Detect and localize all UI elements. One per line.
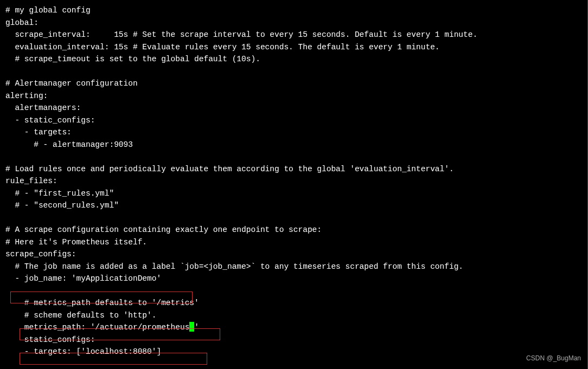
code-line: # The job name is added as a label `job=…: [5, 261, 582, 273]
code-text: ': [194, 323, 199, 332]
code-line: # Here it's Prometheus itself.: [5, 236, 582, 249]
code-line: - targets:: [5, 126, 582, 139]
code-line: [5, 212, 582, 224]
code-line: # - "first_rules.yml": [5, 187, 582, 200]
code-line: - job_name: 'myApplicationDemo': [5, 273, 582, 285]
code-line: rule_files:: [5, 175, 582, 187]
code-line: # scheme defaults to 'http'.: [5, 309, 582, 322]
code-line: - targets: ['localhost:8080']: [5, 346, 582, 358]
code-line: - static_configs:: [5, 114, 582, 127]
code-line: evaluation_interval: 15s # Evaluate rule…: [5, 41, 582, 54]
cursor-line[interactable]: metrics_path: '/actuator/prometheus': [5, 321, 582, 334]
code-line: # my global config: [5, 4, 582, 17]
code-line: alertmanagers:: [5, 102, 582, 114]
code-line: # Alertmanager configuration: [5, 77, 582, 90]
code-line: alerting:: [5, 90, 582, 102]
code-line: # scrape_timeout is set to the global de…: [5, 53, 582, 66]
code-line: [5, 66, 582, 78]
code-line: scrape_interval: 15s # Set the scrape in…: [5, 29, 582, 41]
code-line: # metrics_path defaults to '/metrics': [5, 297, 582, 309]
code-line: # Load rules once and periodically evalu…: [5, 163, 582, 176]
code-text: metrics_path: '/actuator/prometheus: [5, 323, 189, 332]
code-line: # - alertmanager:9093: [5, 139, 582, 151]
code-line: # - "second_rules.yml": [5, 199, 582, 212]
cursor-icon: [189, 322, 194, 332]
code-line: [5, 151, 582, 163]
code-line: # A scrape configuration containing exac…: [5, 224, 582, 236]
watermark-text: CSDN @_BugMan: [526, 353, 581, 364]
code-line: static_configs:: [5, 334, 582, 346]
code-line: global:: [5, 17, 582, 29]
code-line: scrape_configs:: [5, 248, 582, 261]
code-line: [5, 285, 582, 297]
